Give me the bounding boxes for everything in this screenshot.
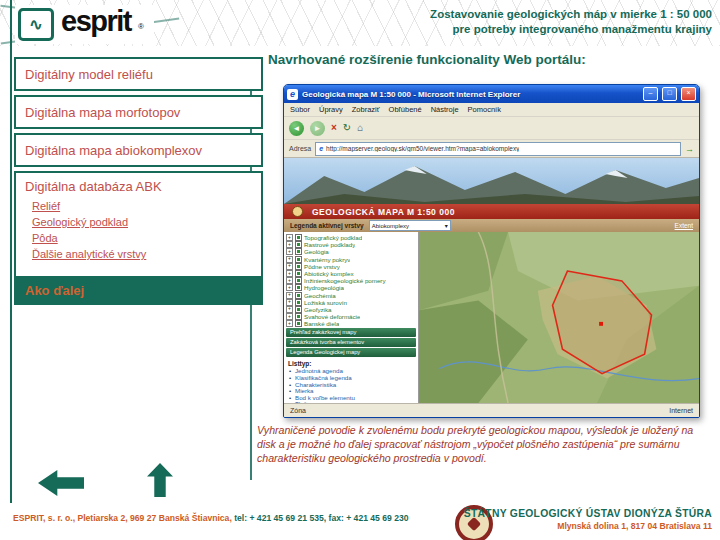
layer-checkbox[interactable] [295, 306, 302, 313]
layer-item[interactable]: Ložiská surovín [286, 299, 416, 306]
nav-back-arrow[interactable] [38, 470, 84, 496]
layer-checkbox[interactable] [295, 320, 302, 327]
description-caption: Vyhraničené povodie k zvolenému bodu pre… [257, 423, 709, 465]
browser-content: GEOLOGICKÁ MAPA M 1:50 000 Legenda aktív… [284, 158, 699, 403]
sidebar-link[interactable]: Geologický podklad [32, 214, 261, 230]
listtype-title: Listtyp: [288, 360, 416, 367]
legend-dropdown[interactable]: Abiokomplexy ▾ [369, 220, 451, 231]
left-rule [10, 0, 12, 503]
slide-title: Zostavovanie geologických máp v mierke 1… [430, 7, 712, 37]
esprit-address: ESPRIT, s. r. o., Pletiarska 2, 969 27 B… [13, 513, 234, 523]
status-zone: Internet [669, 407, 693, 414]
layer-label: Ložiská surovín [304, 299, 347, 306]
layer-label: Topografický podklad [304, 234, 362, 241]
layer-checkbox[interactable] [295, 292, 302, 299]
layer-item[interactable]: Geochémia [286, 292, 416, 299]
address-input[interactable]: e http://mapserver.geology.sk/gm50/viewe… [315, 142, 681, 156]
esprit-logo-text: esprit [61, 8, 131, 35]
minimize-button[interactable]: – [643, 87, 658, 101]
browser-addressbar: Adresa e http://mapserver.geology.sk/gm5… [284, 140, 699, 158]
layer-label: Svahové deformácie [304, 313, 360, 320]
expand-icon[interactable] [286, 320, 293, 327]
sidebar-link[interactable]: Reliéf [32, 198, 261, 214]
menu-item[interactable]: Obľúbené [389, 105, 422, 114]
layer-label: Abiotický komplex [304, 270, 354, 277]
layer-item[interactable]: Abiotický komplex [286, 270, 416, 277]
layer-checkbox[interactable] [295, 263, 302, 270]
layer-item[interactable]: Inžinierskogeologické pomery [286, 277, 416, 284]
layer-tree-panel: Topografický podklad Rastrové podklady G… [284, 232, 419, 403]
layer-checkbox[interactable] [295, 241, 302, 248]
sidebar-database-box: Digitálna databáza ABK ReliéfGeologický … [14, 171, 263, 278]
portal-banner-photo [284, 158, 699, 204]
slide-title-line1: Zostavovanie geologických máp v mierke 1… [430, 7, 712, 22]
layer-checkbox[interactable] [295, 277, 302, 284]
layer-item[interactable]: Kvartérny pokryv [286, 256, 416, 263]
browser-titlebar[interactable]: e Geologická mapa M 1:50 000 - Microsoft… [284, 85, 699, 103]
maximize-button[interactable]: □ [662, 87, 677, 101]
sidebar-item-abiokomplexy[interactable]: Digitálna mapa abiokomplexov [14, 133, 263, 167]
layer-checkbox[interactable] [295, 313, 302, 320]
home-icon[interactable]: ⌂ [357, 121, 363, 135]
layer-checkbox[interactable] [295, 299, 302, 306]
close-button[interactable]: × [681, 87, 696, 101]
stop-icon[interactable]: × [331, 121, 337, 135]
chevron-down-icon: ▾ [445, 222, 448, 229]
back-icon[interactable]: ◄ [289, 121, 304, 136]
menu-item[interactable]: Nástroje [431, 105, 459, 114]
sidebar-item-digital-model[interactable]: Digitálny model reliéfu [14, 57, 263, 91]
menu-item[interactable]: Zobraziť [352, 105, 380, 114]
layer-item[interactable]: Pôdne vrstvy [286, 263, 416, 270]
nav-up-arrow[interactable] [147, 463, 173, 497]
browser-statusbar: Zóna Internet [284, 403, 699, 417]
layer-checkbox[interactable] [295, 270, 302, 277]
map-view[interactable] [419, 232, 699, 403]
layer-label: Kvartérny pokryv [304, 256, 350, 263]
browser-toolbar: ◄ ► × ↻ ⌂ [284, 117, 699, 140]
panel-tab[interactable]: Legenda Geologickej mapy [286, 348, 416, 357]
map-title-bar: GEOLOGICKÁ MAPA M 1:50 000 [284, 204, 699, 219]
sidebar-database-title: Digitálna databáza ABK [25, 179, 261, 194]
sidebar-link[interactable]: Ďalšie analytické vrstvy [32, 246, 261, 262]
layer-item[interactable]: Hydrogeológia [286, 284, 416, 291]
layer-checkbox[interactable] [295, 256, 302, 263]
layer-checkbox[interactable] [295, 284, 302, 291]
ie-icon: e [287, 89, 298, 100]
layer-label: Geofyzika [304, 306, 332, 313]
esprit-phone: tel: + 421 45 69 21 535, fax: + 421 45 6… [234, 513, 408, 523]
portal-emblem-icon [292, 206, 303, 217]
wave-icon: ∿ [18, 8, 54, 41]
menu-item[interactable]: Súbor [290, 105, 310, 114]
legend-label: Legenda aktívnej vrstvy [290, 222, 364, 229]
content-split: Topografický podklad Rastrové podklady G… [284, 232, 699, 403]
sidebar-link[interactable]: Pôda [32, 230, 261, 246]
slide-title-line2: pre potreby integrovaného manažmentu kra… [430, 22, 712, 37]
layer-item[interactable]: Geológia [286, 248, 416, 255]
listtype-item[interactable]: Tlač [286, 401, 416, 403]
sidebar-item-ako-dalej[interactable]: Ako ďalej [14, 276, 263, 305]
layer-label: Pôdne vrstvy [304, 263, 340, 270]
layer-item[interactable]: Rastrové podklady [286, 241, 416, 248]
legend-bar: Legenda aktívnej vrstvy Abiokomplexy ▾ E… [284, 219, 699, 232]
go-icon[interactable]: → [685, 144, 694, 154]
forward-icon[interactable]: ► [310, 121, 325, 136]
panel-tab[interactable]: Zakázková tvorba elementov [286, 338, 416, 347]
layer-label: Geochémia [304, 292, 336, 299]
extent-link[interactable]: Extent [675, 222, 693, 229]
refresh-icon[interactable]: ↻ [343, 121, 351, 135]
sidebar-item-morfotopy[interactable]: Digitálna mapa morfotopov [14, 95, 263, 129]
layer-checkbox[interactable] [295, 248, 302, 255]
panel-tab[interactable]: Prehľad zakázkovej mapy [286, 328, 416, 337]
menu-item[interactable]: Úpravy [319, 105, 343, 114]
layer-item[interactable]: Banské diela [286, 320, 416, 327]
browser-menubar: SúborÚpravyZobraziťObľúbenéNástrojePomoc… [284, 103, 699, 117]
layer-item[interactable]: Topografický podklad [286, 234, 416, 241]
status-text: Zóna [290, 407, 306, 414]
footer-contact: ESPRIT, s. r. o., Pletiarska 2, 969 27 B… [13, 513, 409, 523]
layer-item[interactable]: Geofyzika [286, 306, 416, 313]
menu-item[interactable]: Pomocník [468, 105, 501, 114]
layer-item[interactable]: Svahové deformácie [286, 313, 416, 320]
browser-window: e Geologická mapa M 1:50 000 - Microsoft… [283, 84, 700, 418]
esprit-logo: ∿ esprit ® [15, 5, 154, 44]
layer-checkbox[interactable] [295, 234, 302, 241]
